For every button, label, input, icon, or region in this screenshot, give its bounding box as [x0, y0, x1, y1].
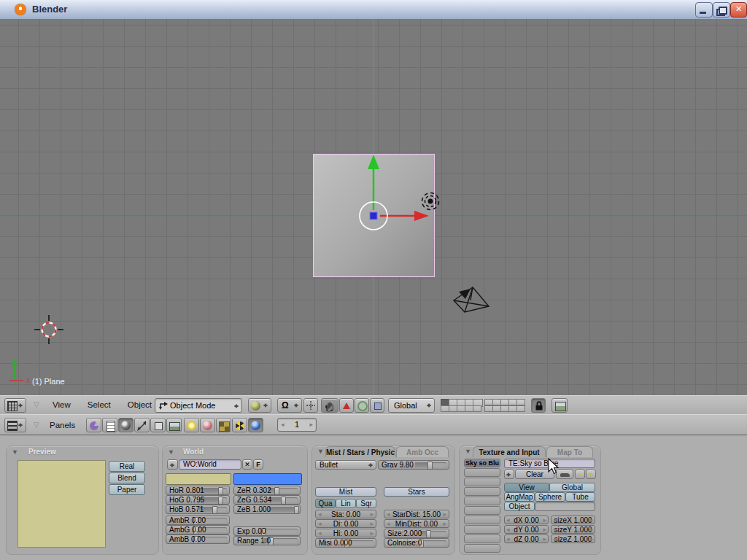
- coords-view-button[interactable]: View: [504, 483, 549, 492]
- hog-slider[interactable]: HoG 0.795: [166, 495, 230, 505]
- texture-channel-5[interactable]: [464, 497, 500, 505]
- layer-row-bottom-2[interactable]: [484, 405, 525, 412]
- translate-manipulator[interactable]: [292, 146, 452, 241]
- preview-real-button[interactable]: Real: [109, 461, 145, 472]
- lamp-subcontext-button[interactable]: [184, 418, 199, 432]
- menu-select[interactable]: Select: [80, 396, 118, 413]
- stardist-field[interactable]: ◂StarDist: 15.00▸: [384, 510, 449, 518]
- script-context-button[interactable]: [102, 418, 117, 432]
- preview-paper-button[interactable]: Paper: [109, 484, 145, 495]
- map-angmap-button[interactable]: AngMap: [504, 492, 535, 502]
- texture-channel-9[interactable]: [464, 534, 500, 543]
- stars-toggle-button[interactable]: Stars: [384, 487, 449, 497]
- ambr-slider[interactable]: AmbR 0.00: [166, 516, 230, 525]
- falloff-sqr-button[interactable]: Sqr: [356, 499, 376, 508]
- mist-sta-field[interactable]: ◂Sta: 0.00▸: [315, 510, 376, 518]
- camera-object[interactable]: [449, 284, 494, 321]
- offset-dx-field[interactable]: ◂dX 0.00▸: [504, 516, 549, 524]
- menu-object[interactable]: Object: [120, 396, 159, 413]
- exp-slider[interactable]: Exp 0.00: [233, 526, 301, 536]
- manipulator-toggle-button[interactable]: [303, 398, 318, 413]
- object-name-field[interactable]: [535, 502, 595, 511]
- map-tube-button[interactable]: Tube: [565, 492, 595, 502]
- texture-channel-4[interactable]: [464, 487, 500, 496]
- mist-di-field[interactable]: ◂Di: 0.00▸: [315, 519, 376, 528]
- coords-object-button[interactable]: Object: [504, 502, 535, 511]
- logic-context-button[interactable]: [86, 418, 101, 432]
- tab-mist-stars-physics[interactable]: Mist / Stars / Physic: [325, 446, 395, 457]
- material-subcontext-button[interactable]: [200, 418, 215, 432]
- restore-button[interactable]: [713, 2, 730, 18]
- sizey-field[interactable]: ◂sizeY 1.000▸: [551, 525, 595, 534]
- minimize-button[interactable]: [695, 2, 713, 18]
- mindist-field[interactable]: ◂MinDist: 0.00▸: [384, 519, 449, 528]
- frame-next-icon[interactable]: ▸: [309, 421, 313, 429]
- buttons-window-type-button[interactable]: [4, 418, 26, 432]
- texture-channel-2[interactable]: [464, 468, 500, 477]
- tab-amb-occ[interactable]: Amb Occ: [396, 446, 449, 457]
- texture-channel-10[interactable]: [464, 544, 500, 553]
- ambb-slider[interactable]: AmbB 0.00: [166, 534, 230, 544]
- sizez-field[interactable]: ◂sizeZ 1.000▸: [551, 534, 595, 543]
- map-sphere-button[interactable]: Sphere: [535, 492, 565, 502]
- layer-group-1[interactable]: [441, 399, 481, 412]
- offset-dz-field[interactable]: ◂dZ 0.00▸: [504, 534, 549, 543]
- menu-panels[interactable]: Panels: [42, 416, 82, 434]
- offset-dy-field[interactable]: ◂dY 0.00▸: [504, 525, 549, 534]
- falloff-qua-button[interactable]: Qua: [315, 499, 336, 508]
- texture-channel-1[interactable]: Sky so Blu: [464, 459, 500, 467]
- preview-blend-button[interactable]: Blend: [109, 472, 145, 483]
- preview-collapse-icon[interactable]: ▼: [12, 448, 18, 456]
- coords-global-button[interactable]: Global: [549, 483, 595, 492]
- colnoise-slider[interactable]: Colnoise:0: [384, 538, 449, 548]
- texture-channel-8[interactable]: [464, 525, 500, 534]
- translate-manipulator-button[interactable]: [339, 398, 354, 413]
- radiosity-subcontext-button[interactable]: [232, 418, 247, 432]
- texture-collapse-icon[interactable]: ▼: [465, 448, 471, 455]
- texture-user-down-button[interactable]: ▼: [586, 470, 596, 479]
- sizex-field[interactable]: ◂sizeX 1.000▸: [551, 516, 595, 524]
- layer-group-2[interactable]: [484, 399, 525, 412]
- lamp-object[interactable]: [422, 193, 439, 210]
- render-preview-button[interactable]: [551, 398, 568, 413]
- layer-row-top-2[interactable]: [484, 399, 525, 405]
- world-subcontext-button[interactable]: [248, 418, 263, 432]
- world-delete-button[interactable]: ✕: [242, 459, 252, 470]
- draw-mode-button[interactable]: [248, 398, 271, 413]
- texture-channel-6[interactable]: [464, 506, 500, 515]
- texture-channel-7[interactable]: [464, 516, 500, 524]
- misi-slider[interactable]: Misi 0.000: [315, 538, 376, 548]
- zeg-slider[interactable]: ZeG 0.534: [233, 495, 301, 505]
- shading-context-button[interactable]: [118, 418, 133, 432]
- mist-collapse-icon[interactable]: ▼: [317, 448, 324, 455]
- object-context-button[interactable]: [134, 418, 150, 432]
- tab-texture-input[interactable]: Texture and Input: [473, 446, 546, 457]
- falloff-lin-button[interactable]: Lin: [336, 499, 356, 508]
- world-fake-user-button[interactable]: F: [253, 459, 263, 470]
- texture-browse-button[interactable]: [504, 470, 514, 479]
- world-browse-button[interactable]: [167, 459, 178, 470]
- close-button[interactable]: ✕: [730, 2, 747, 18]
- buttons-collapse-icon[interactable]: ▽: [34, 421, 39, 429]
- horizon-color-swatch[interactable]: [166, 473, 231, 485]
- orientation-selector[interactable]: Global: [388, 398, 435, 413]
- texture-channel-3[interactable]: [464, 478, 500, 486]
- range-slider[interactable]: Range 1.0: [233, 536, 301, 545]
- world-id-field[interactable]: WO:World: [179, 459, 241, 470]
- view3d-window-type-button[interactable]: [4, 398, 26, 413]
- menu-view[interactable]: View: [45, 396, 78, 413]
- hand-tool-button[interactable]: [321, 398, 338, 413]
- pivot-selector[interactable]: Ω: [277, 398, 302, 413]
- tab-map-to[interactable]: Map To: [546, 446, 593, 457]
- frame-prev-icon[interactable]: ◂: [281, 421, 285, 429]
- frame-counter[interactable]: ◂ 1 ▸: [277, 418, 317, 432]
- texture-user-up-button[interactable]: ▲: [575, 470, 585, 479]
- rotate-manipulator-button[interactable]: [355, 398, 369, 413]
- scale-manipulator-button[interactable]: [370, 398, 384, 413]
- ambg-slider[interactable]: AmbG 0.00: [166, 525, 230, 534]
- zeb-slider[interactable]: ZeB 1.000: [233, 505, 301, 514]
- hob-slider[interactable]: HoB 0.571: [166, 505, 230, 514]
- mist-toggle-button[interactable]: Mist: [315, 487, 376, 497]
- physics-engine-selector[interactable]: Bullet: [315, 460, 376, 470]
- editing-context-button[interactable]: [150, 418, 166, 432]
